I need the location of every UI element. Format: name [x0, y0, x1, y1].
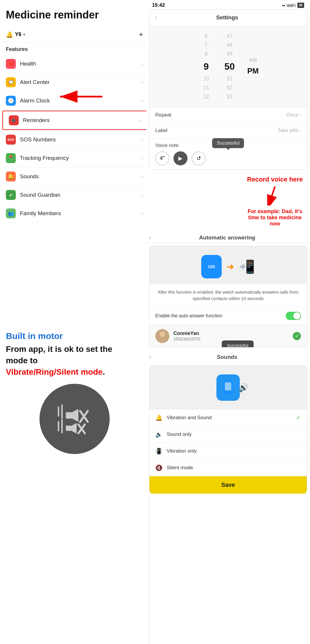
auto-answer-illustration: ➜ 📲 — [149, 246, 307, 284]
auto-answer-description: After this function is enabled, the watc… — [149, 284, 307, 307]
period: . — [103, 367, 105, 376]
guardian-icon: ✔ — [6, 190, 16, 200]
minute-column[interactable]: 47 48 49 50 51 52 53 — [218, 32, 241, 101]
contact-row[interactable]: ConnieYan 15323410270 ✓ Successful — [149, 325, 307, 347]
vibration-only-row[interactable]: 📳 Vibration only — [149, 443, 307, 460]
right-panel: 15:42 ▪▪ WiFi 95 ‹ Settings 6 7 8 9 — [146, 0, 310, 497]
silent-mode-row[interactable]: 🔇 Silent mode — [149, 460, 307, 476]
page-title: Medicine reminder — [0, 6, 149, 27]
label-row[interactable]: Label Take pills › — [149, 123, 307, 138]
voice-tooltip: Successful — [212, 138, 244, 148]
add-button[interactable]: + — [139, 30, 143, 39]
arrow-orange-icon: ➜ — [226, 261, 234, 272]
hour-column[interactable]: 6 7 8 9 10 11 12 — [194, 32, 218, 101]
svg-marker-9 — [72, 423, 77, 434]
red-arrow-down-icon — [266, 185, 284, 205]
dropdown-chevron-icon[interactable]: ▾ — [23, 32, 25, 37]
sidebar-item-tracking[interactable]: 📍 Tracking Frequency › — [0, 149, 149, 167]
voice-duration-btn: 4'' — [155, 151, 169, 165]
hour-8: 8 — [205, 49, 208, 59]
minute-51: 51 — [227, 74, 232, 83]
bell-icon: 🔔 — [6, 31, 13, 38]
svg-point-17 — [158, 338, 166, 342]
repeat-chevron-icon: › — [299, 112, 301, 118]
vibration-sound-label: Vibration and Sound — [167, 415, 292, 421]
minute-47: 47 — [227, 32, 232, 41]
vibration-sound-row[interactable]: 🔔 Vibration and Sound ✓ — [149, 410, 307, 426]
sounds-screen: 🔊 🔔 Vibration and Sound ✓ 🔉 Sound only 📳… — [149, 365, 307, 494]
repeat-label: Repeat — [155, 112, 171, 118]
sound-waves-icon: 🔊 — [238, 383, 249, 392]
vibration-sound-icon: 🔔 — [155, 414, 163, 421]
sounds-watch-wrap: 🔊 — [216, 374, 240, 401]
ampm-column[interactable]: AM PM — [244, 56, 262, 78]
chevron-right-icon: › — [142, 155, 143, 161]
health-icon: ❤️ — [6, 59, 16, 69]
chevron-right-icon: › — [142, 174, 143, 180]
sidebar-item-reminders[interactable]: ➕ Reminders › — [2, 111, 147, 130]
silent-mode-label: Silent mode — [167, 465, 301, 471]
auto-answer-back-button[interactable]: ‹ — [149, 234, 151, 242]
tracking-icon: 📍 — [6, 153, 16, 163]
sounds-screen-header: ‹ Sounds — [146, 350, 310, 362]
family-icon: 👥 — [6, 208, 16, 218]
svg-rect-19 — [225, 382, 231, 390]
sidebar-item-alert[interactable]: 💬 Alert Center › — [0, 73, 149, 92]
repeat-value: Once › — [286, 112, 301, 118]
voice-annotation-area: Record voice here For example: Dad, it's… — [149, 173, 307, 231]
chevron-right-icon: › — [142, 79, 143, 85]
sidebar-item-health[interactable]: ❤️ Health › — [0, 55, 149, 73]
svg-rect-2 — [66, 412, 72, 419]
save-button[interactable]: Save — [149, 476, 307, 494]
toggle-label: Enable the auto answer function — [155, 313, 222, 318]
auto-answer-toggle[interactable] — [286, 312, 301, 320]
chevron-right-icon: › — [142, 192, 143, 198]
voice-controls: Successful 4'' ▶ ↺ — [155, 151, 301, 165]
avatar-icon — [156, 330, 168, 342]
sidebar-item-sos[interactable]: SOS SOS Numbers › — [0, 131, 149, 149]
sidebar-item-family[interactable]: 👥 Family Members › — [0, 204, 149, 223]
label-chevron-icon: › — [299, 128, 301, 133]
sos-icon: SOS — [6, 135, 16, 145]
sidebar-item-label: Health — [20, 61, 142, 67]
app-header-left: 🔔 Y6 ▾ — [6, 31, 25, 38]
svg-rect-8 — [66, 426, 72, 431]
silent-mode-icon: 🔇 — [155, 464, 163, 471]
status-bar: 15:42 ▪▪ WiFi 95 — [146, 0, 310, 9]
vibration-only-label: Vibration only — [167, 448, 301, 454]
repeat-row[interactable]: Repeat Once › — [149, 107, 307, 123]
replay-button[interactable]: ↺ — [192, 151, 206, 165]
voice-note-section: Voice note Successful 4'' ▶ ↺ — [149, 138, 307, 169]
sidebar-item-guardian[interactable]: ✔ Sound Guardian › — [0, 186, 149, 204]
sidebar-item-label: Reminders — [23, 117, 139, 124]
sidebar-item-label: Sounds — [20, 173, 142, 180]
sounds-icon: 🔔 — [6, 172, 16, 181]
svg-line-15 — [270, 186, 275, 203]
hour-10: 10 — [203, 74, 209, 83]
sidebar-item-label: Alert Center — [20, 79, 142, 85]
chevron-right-icon: › — [139, 117, 140, 124]
status-time: 15:42 — [152, 2, 165, 8]
contact-tooltip: Successful — [222, 340, 254, 347]
vibration-only-icon: 📳 — [155, 448, 163, 455]
example-text: For example: Dad, it's time to take medi… — [243, 207, 307, 229]
duration-label: 4'' — [160, 155, 165, 161]
minute-52: 52 — [227, 83, 232, 93]
play-button[interactable]: ▶ — [173, 151, 187, 165]
left-panel: Medicine reminder 🔔 Y6 ▾ + Features ❤️ H… — [0, 0, 149, 644]
minute-49: 49 — [227, 49, 232, 59]
auto-answer-header: ‹ Automatic answering — [146, 231, 310, 243]
back-button[interactable]: ‹ — [155, 14, 157, 21]
sound-only-row[interactable]: 🔉 Sound only — [149, 426, 307, 443]
alert-icon: 💬 — [6, 77, 16, 87]
sound-only-icon: 🔉 — [155, 431, 163, 438]
status-icons: ▪▪ WiFi 95 — [282, 3, 304, 8]
mode-line2: mode to — [6, 356, 38, 365]
minute-53: 53 — [227, 92, 232, 101]
sidebar-item-alarm[interactable]: 🕐 Alarm Clock › — [0, 92, 149, 110]
hour-7: 7 — [205, 41, 208, 50]
time-picker[interactable]: 6 7 8 9 10 11 12 47 48 49 50 51 — [149, 26, 307, 107]
sounds-back-button[interactable]: ‹ — [149, 353, 151, 361]
watch-icon — [201, 255, 222, 278]
sidebar-item-sounds[interactable]: 🔔 Sounds › — [0, 167, 149, 186]
